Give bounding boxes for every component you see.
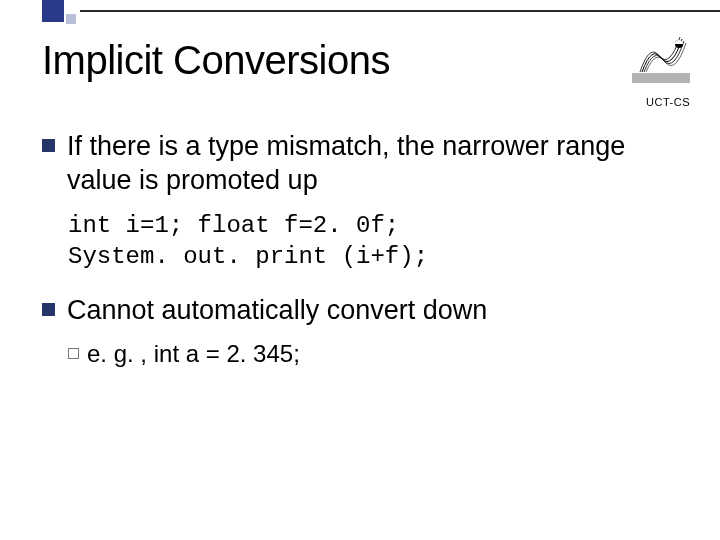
slide-title: Implicit Conversions: [42, 38, 390, 83]
code-line-1: int i=1; float f=2. 0f;: [68, 212, 399, 239]
decoration-line: [80, 10, 720, 12]
org-label: UCT-CS: [646, 96, 690, 108]
bullet-square-icon: [42, 139, 55, 152]
decoration-square-small: [66, 14, 76, 24]
decoration-square-large: [42, 0, 64, 22]
uct-logo: [632, 34, 690, 84]
sub-bullet-square-icon: [68, 348, 79, 359]
bullet-2-text: Cannot automatically convert down: [67, 294, 487, 328]
bullet-1-text: If there is a type mismatch, the narrowe…: [67, 130, 690, 198]
bullet-2: Cannot automatically convert down: [42, 294, 690, 328]
sub-bullet-rest: int a = 2. 345;: [147, 340, 300, 367]
slide-content: If there is a type mismatch, the narrowe…: [42, 130, 690, 368]
code-line-2: System. out. print (i+f);: [68, 243, 428, 270]
sub-bullet-prefix: e. g. ,: [87, 340, 147, 367]
code-block: int i=1; float f=2. 0f; System. out. pri…: [68, 210, 690, 272]
bullet-1: If there is a type mismatch, the narrowe…: [42, 130, 690, 198]
sub-bullet-1: e. g. , int a = 2. 345;: [68, 340, 690, 368]
header-decoration: [0, 0, 720, 16]
sub-bullet-1-text: e. g. , int a = 2. 345;: [87, 340, 300, 368]
bullet-square-icon: [42, 303, 55, 316]
